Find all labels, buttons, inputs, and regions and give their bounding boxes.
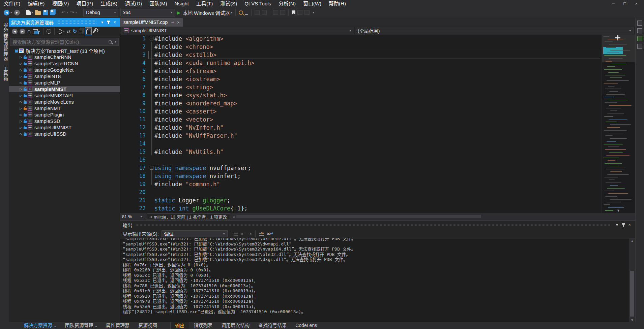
fold-collapse-icon[interactable]: -: [150, 166, 153, 170]
menu-item-3[interactable]: 项目(P): [72, 0, 97, 7]
bookmark-next-button[interactable]: [304, 8, 310, 17]
close-icon[interactable]: ×: [631, 0, 642, 7]
expand-arrow-icon[interactable]: ▷: [19, 56, 23, 59]
code-line[interactable]: 3#include <cstdlib>: [120, 51, 602, 59]
tree-item-sampleINT8[interactable]: ▷++sampleINT8: [9, 73, 120, 79]
code-line[interactable]: 6#include <iostream>: [120, 75, 602, 83]
sol-sync-active-button[interactable]: ⇄: [67, 27, 71, 35]
outdent-button[interactable]: [280, 8, 285, 17]
open-file-button[interactable]: [35, 8, 41, 17]
code-line[interactable]: 18using namespace nvinfer1;: [120, 172, 602, 180]
horizontal-scrollbar-thumb[interactable]: [236, 215, 481, 218]
code-line[interactable]: 1-#include <algorithm>: [120, 35, 602, 43]
sol-back-button[interactable]: ◀: [12, 27, 18, 35]
code-line[interactable]: 12#include "NvInfer.h": [120, 124, 602, 132]
tree-item-sampleMNISTAPI[interactable]: ▷++sampleMNISTAPI: [9, 92, 120, 99]
expand-arrow-icon[interactable]: ▷: [19, 126, 23, 129]
tree-item-sampleMovieLens[interactable]: ▷++sampleMovieLens: [9, 99, 120, 105]
minimize-icon[interactable]: ─: [608, 0, 619, 7]
right-dock-icon-3[interactable]: [637, 36, 642, 41]
code-line[interactable]: 9#include <unordered_map>: [120, 99, 602, 107]
panel-tab-left-0[interactable]: 解决方案资源...: [20, 322, 61, 329]
toolbar-overflow-button[interactable]: ▾: [312, 8, 314, 17]
code-line[interactable]: 7#include <string>: [120, 83, 602, 91]
bookmark-button[interactable]: [292, 8, 295, 17]
menu-item-6[interactable]: 团队(M): [146, 0, 171, 7]
code-editor[interactable]: 1-#include <algorithm>2#include <chrono>…: [120, 35, 602, 213]
previous-message-icon[interactable]: ⇤: [241, 230, 245, 237]
solution-search-box[interactable]: 搜索解决方案资源管理器(Ctrl+;) ▾: [10, 38, 119, 46]
right-dock-icon-4[interactable]: [637, 44, 642, 49]
menu-item-8[interactable]: 工具(T): [193, 0, 216, 7]
sol-pending-changes-button[interactable]: ▾: [58, 27, 65, 35]
panel-tab-right-0[interactable]: 输出: [170, 322, 189, 329]
sol-switch-views-button[interactable]: ▾: [33, 27, 40, 35]
panel-tab-left-2[interactable]: 属性管理器: [101, 322, 134, 329]
menu-item-13[interactable]: 帮助(H): [325, 0, 350, 7]
menu-item-11[interactable]: 分析(N): [275, 0, 299, 7]
start-debug-button[interactable]: ▶本地 Windows 调试器▾: [177, 8, 232, 17]
code-line[interactable]: 4#include <cuda_runtime_api.h>: [120, 59, 602, 67]
output-source-dropdown[interactable]: 调试 ▾: [162, 230, 228, 237]
bookmark-prev-button[interactable]: [297, 8, 302, 17]
expand-arrow-icon[interactable]: ▷: [19, 68, 23, 72]
output-text-area[interactable]: “sampleUffSSD.exe”(Win32): 已加载“C:\Window…: [120, 238, 635, 323]
code-line[interactable]: 20: [120, 188, 602, 196]
code-line[interactable]: 13#include "NvUffParser.h": [120, 132, 602, 140]
editor-zoom-dropdown[interactable]: 81 % ▾: [120, 213, 144, 220]
expand-arrow-icon[interactable]: ▷: [19, 113, 23, 117]
expand-arrow-icon[interactable]: ▷: [19, 107, 23, 110]
save-button[interactable]: [43, 8, 48, 17]
expand-arrow-icon[interactable]: ▷: [19, 100, 23, 104]
right-dock-icon-2[interactable]: [637, 28, 642, 33]
uncomment-button[interactable]: [262, 8, 267, 17]
menu-item-0[interactable]: 文件(F): [0, 0, 24, 7]
scrollbar-minimap[interactable]: [602, 35, 635, 213]
word-wrap-icon[interactable]: ab↵: [267, 231, 273, 236]
nav-back-button[interactable]: ◀▾: [4, 8, 12, 17]
menu-item-5[interactable]: 调试(D): [121, 0, 146, 7]
scroll-down-arrow-icon[interactable]: ▼: [629, 318, 635, 322]
tree-item-sampleSSD[interactable]: ▷++sampleSSD: [9, 118, 120, 124]
horizontal-scrollbar[interactable]: [236, 215, 631, 218]
close-icon[interactable]: ×: [112, 20, 118, 25]
sol-properties-button[interactable]: [94, 27, 95, 35]
sol-refresh-button[interactable]: ↻: [72, 27, 77, 35]
tree-item-sampleUffMNIST[interactable]: ▷++sampleUffMNIST: [9, 124, 120, 131]
search-icon[interactable]: [109, 40, 112, 43]
panel-tab-right-2[interactable]: 调用层次结构: [217, 322, 254, 329]
window-position-icon[interactable]: ▾: [614, 223, 620, 227]
sol-preview-selected-button[interactable]: [85, 27, 92, 35]
members-dropdown[interactable]: (全局范围) ▾: [355, 27, 634, 34]
menu-item-10[interactable]: Qt VS Tools: [241, 0, 275, 7]
expand-arrow-icon[interactable]: ▷: [19, 81, 23, 85]
panel-tab-left-3[interactable]: 资源视图: [134, 322, 162, 329]
menu-item-12[interactable]: 窗口(W): [299, 0, 325, 7]
sol-collapse-all-button[interactable]: [79, 27, 83, 35]
sol-home-button[interactable]: ⌂: [27, 27, 31, 35]
menu-item-4[interactable]: 生成(B): [97, 0, 121, 7]
menu-item-9[interactable]: 测试(S): [216, 0, 241, 7]
code-line[interactable]: 11#include <vector>: [120, 116, 602, 124]
tab-close-icon[interactable]: ×: [177, 20, 180, 25]
expand-arrow-icon[interactable]: ▷: [19, 62, 23, 65]
tree-item-sampleNMT[interactable]: ▷++sampleNMT: [9, 105, 120, 111]
solution-root-row[interactable]: ▷解决方案'TensorRT_test' (13 个项目): [9, 47, 120, 54]
left-dock-tab-1[interactable]: 工具箱: [2, 66, 8, 81]
panel-tab-right-4[interactable]: CodeLens: [291, 322, 321, 329]
types-dropdown[interactable]: ++ sampleUffMNIST ▾: [121, 27, 354, 34]
tree-item-samplePlugin[interactable]: ▷++samplePlugin: [9, 111, 120, 118]
code-line[interactable]: 2#include <chrono>: [120, 43, 602, 51]
expand-arrow-icon[interactable]: ▷: [19, 120, 23, 123]
scroll-down-arrow-icon[interactable]: ▼: [602, 208, 635, 212]
next-message-icon[interactable]: ⇥: [248, 230, 252, 237]
tree-item-sampleGoogleNet[interactable]: ▷++sampleGoogleNet: [9, 67, 120, 73]
find-in-files-button[interactable]: [239, 8, 243, 17]
pin-icon[interactable]: [108, 21, 109, 24]
solution-explorer-titlebar[interactable]: 解决方案资源管理器 ▾ ×: [9, 18, 120, 27]
menu-item-7[interactable]: Nsight: [171, 0, 193, 7]
tab-pin-icon[interactable]: ⊣: [171, 20, 174, 25]
collapse-left-icon[interactable]: ◂: [150, 215, 152, 219]
indent-button[interactable]: [273, 8, 278, 17]
output-titlebar[interactable]: 输出 ▾ ×: [120, 221, 635, 229]
